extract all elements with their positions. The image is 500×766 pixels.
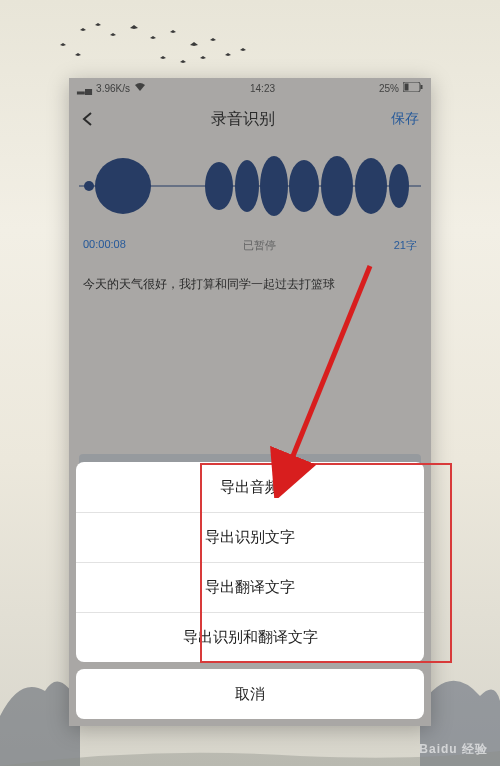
wifi-icon [134,82,146,94]
signal-icon: ▂▄ [77,83,92,94]
watermark: Baidu 经验 [419,741,488,758]
action-sheet-group: 导出音频 导出识别文字 导出翻译文字 导出识别和翻译文字 [76,462,424,662]
battery-icon [403,82,423,94]
battery-percent: 25% [379,83,399,94]
nav-bar: 录音识别 保存 [69,98,431,140]
svg-point-10 [321,156,353,216]
svg-point-4 [84,181,94,191]
phone-frame: ▂▄ 3.96K/s 14:23 25% 录音识别 保存 [69,78,431,726]
network-speed: 3.96K/s [96,83,130,94]
word-count: 21字 [394,238,417,253]
cancel-button[interactable]: 取消 [76,669,424,719]
svg-point-8 [260,156,288,216]
export-action-sheet: 导出音频 导出识别文字 导出翻译文字 导出识别和翻译文字 取消 [76,462,424,719]
transcript-text: 今天的天气很好，我打算和同学一起过去打篮球 [69,263,431,305]
timecode: 00:00:08 [83,238,126,253]
svg-point-12 [389,164,409,208]
back-button[interactable] [81,108,95,131]
clock: 14:23 [250,83,275,94]
export-recognized-text-option[interactable]: 导出识别文字 [76,512,424,562]
export-audio-option[interactable]: 导出音频 [76,462,424,512]
svg-point-7 [235,160,259,212]
page-title: 录音识别 [95,109,391,130]
svg-point-5 [95,158,151,214]
audio-waveform[interactable] [69,140,431,232]
export-both-text-option[interactable]: 导出识别和翻译文字 [76,612,424,662]
export-translated-text-option[interactable]: 导出翻译文字 [76,562,424,612]
decorative-birds [0,10,500,80]
svg-rect-2 [421,85,423,89]
playback-info: 00:00:08 已暂停 21字 [69,232,431,263]
save-button[interactable]: 保存 [391,110,419,128]
svg-rect-1 [405,84,409,91]
svg-point-11 [355,158,387,214]
svg-point-6 [205,162,233,210]
status-bar: ▂▄ 3.96K/s 14:23 25% [69,78,431,98]
playback-status: 已暂停 [126,238,394,253]
svg-point-9 [289,160,319,212]
